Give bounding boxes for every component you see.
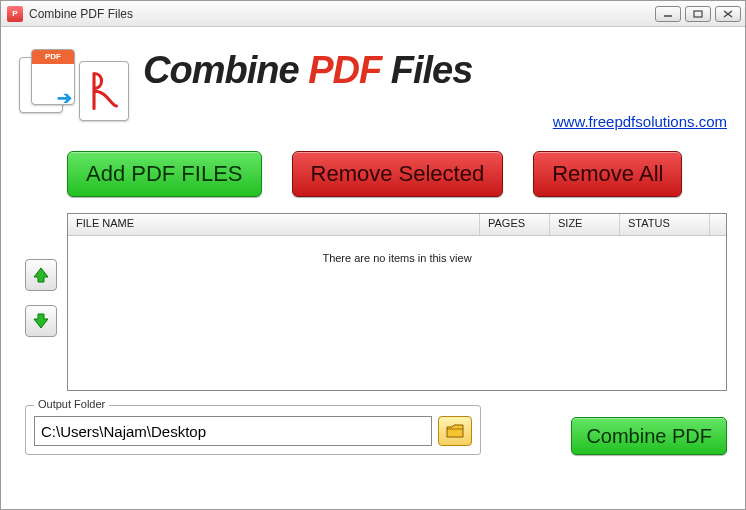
browse-button[interactable] [438,416,472,446]
add-pdf-button[interactable]: Add PDF FILES [67,151,262,197]
titlebar: P Combine PDF Files [1,1,745,27]
list-header: FILE NAME PAGES SIZE STATUS [68,214,726,236]
file-list[interactable]: FILE NAME PAGES SIZE STATUS There are no… [67,213,727,391]
arrow-down-icon [32,312,50,330]
app-title: Combine PDF Files [143,49,727,92]
move-down-button[interactable] [25,305,57,337]
col-file-name[interactable]: FILE NAME [68,214,480,235]
col-size[interactable]: SIZE [550,214,620,235]
app-icon: P [7,6,23,22]
website-link[interactable]: www.freepdfsolutions.com [553,113,727,130]
close-button[interactable] [715,6,741,22]
minimize-button[interactable] [655,6,681,22]
title-accent: PDF [308,49,381,91]
output-folder-label: Output Folder [34,398,109,410]
window-title: Combine PDF Files [29,7,655,21]
empty-list-message: There are no items in this view [68,236,726,264]
combine-pdf-button[interactable]: Combine PDF [571,417,727,455]
remove-selected-button[interactable]: Remove Selected [292,151,504,197]
output-folder-input[interactable] [34,416,432,446]
folder-icon [446,424,464,438]
title-pre: Combine [143,49,308,91]
move-up-button[interactable] [25,259,57,291]
title-post: Files [381,49,472,91]
col-status[interactable]: STATUS [620,214,710,235]
arrow-up-icon [32,266,50,284]
svg-rect-1 [694,11,702,17]
col-pages[interactable]: PAGES [480,214,550,235]
output-folder-group: Output Folder [25,405,481,455]
col-spacer [710,214,726,235]
remove-all-button[interactable]: Remove All [533,151,682,197]
maximize-button[interactable] [685,6,711,22]
app-logo: ➔ [19,43,133,129]
